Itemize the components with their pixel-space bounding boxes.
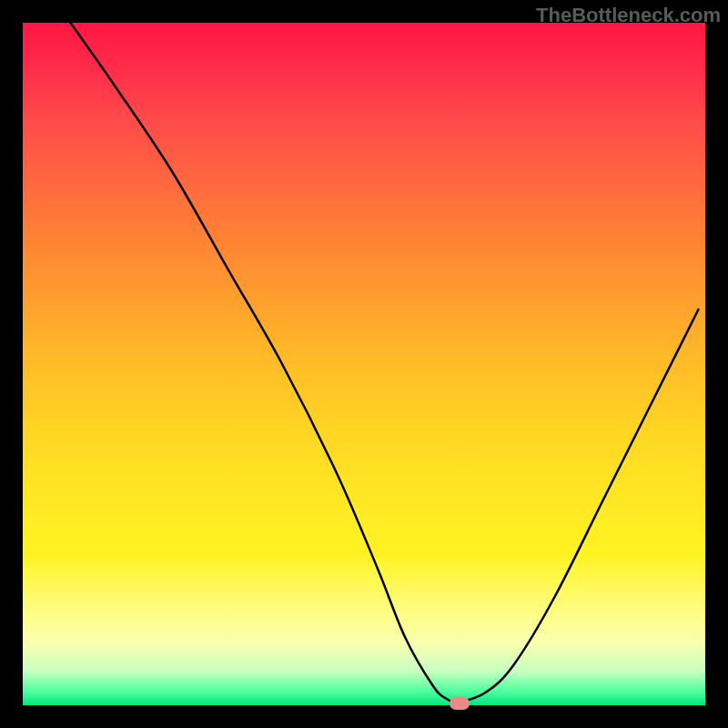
plot-area [23, 23, 705, 705]
bottleneck-curve [23, 23, 705, 705]
optimum-marker [450, 697, 470, 710]
chart-frame: TheBottleneck.com [0, 0, 728, 728]
